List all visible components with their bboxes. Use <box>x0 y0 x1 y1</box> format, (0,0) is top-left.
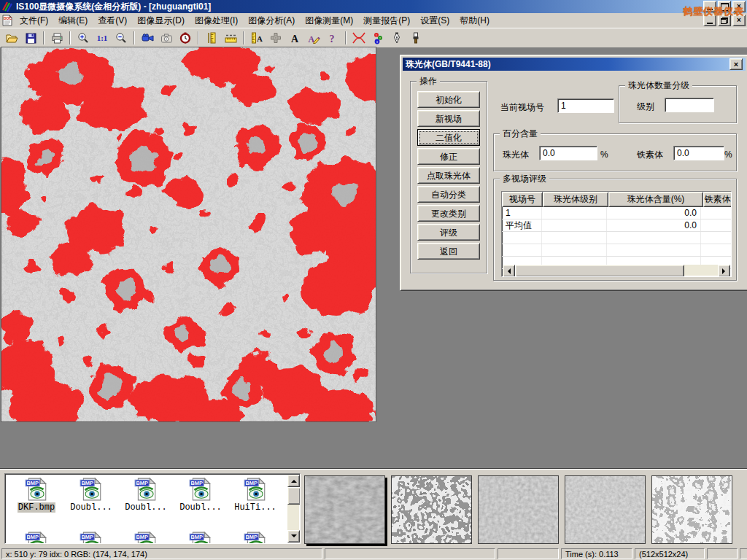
auto-classify-button[interactable]: 自动分类 <box>417 186 480 203</box>
col-pearlite-content: 珠光体含量(%) <box>608 192 703 207</box>
text-measure-icon[interactable]: A <box>247 30 266 46</box>
brush-tool-icon[interactable] <box>406 30 425 46</box>
multi-field-group: 多视场评级 视场号 珠光体级别 珠光体含量(%) 铁素体含量(%) 1 0.0 <box>493 179 737 281</box>
grade-level-input[interactable] <box>665 98 714 112</box>
table-row[interactable]: 平均值 0.0 <box>502 219 731 232</box>
menu-image-process[interactable]: 图像处理(I) <box>190 13 243 28</box>
return-button[interactable]: 返回 <box>417 243 480 260</box>
ferrite-percent-input[interactable] <box>673 146 724 160</box>
percent-group-label: 百分含量 <box>500 128 541 139</box>
toolbar-separator <box>345 31 347 44</box>
dialog-title: 珠光体(GB/T9441-88) <box>406 58 491 71</box>
zoom-in-icon[interactable] <box>74 30 93 46</box>
grade-level-label: 级别 <box>637 101 654 113</box>
document-system-menu-icon[interactable]: DOC <box>1 15 13 26</box>
menu-file[interactable]: 文件(F) <box>15 13 53 28</box>
file-list-scrollbar[interactable] <box>287 475 299 542</box>
thumbnail-image[interactable] <box>304 475 385 544</box>
particle-analysis-icon[interactable]: 123 <box>368 30 387 46</box>
file-item[interactable]: DKF.bmp <box>9 477 63 513</box>
text-label-icon[interactable]: A <box>285 30 304 46</box>
scroll-right-icon[interactable] <box>718 265 730 277</box>
dialog-title-bar[interactable]: 珠光体(GB/T9441-88) × <box>403 58 746 71</box>
binarize-button[interactable]: 二值化 <box>417 129 480 146</box>
ruler-measure-icon[interactable] <box>221 30 240 46</box>
file-name[interactable]: Doubl... <box>179 502 222 513</box>
menu-image-analysis[interactable]: 图像分析(A) <box>243 13 300 28</box>
grading-group-label: 珠光体数量分级 <box>625 80 692 91</box>
table-row-empty <box>502 244 731 257</box>
file-item[interactable] <box>228 531 282 544</box>
file-item[interactable] <box>64 531 118 544</box>
dialog-close-icon[interactable]: × <box>729 58 743 70</box>
menu-view[interactable]: 查看(V) <box>93 13 132 28</box>
init-button[interactable]: 初始化 <box>417 91 480 108</box>
new-field-button[interactable]: 新视场 <box>417 110 480 127</box>
zoom-out-icon[interactable] <box>112 30 131 46</box>
cell-grade <box>542 219 607 231</box>
rating-table: 视场号 珠光体级别 珠光体含量(%) 铁素体含量(%) 1 0.0 <box>501 191 732 277</box>
table-row[interactable]: 1 0.0 <box>502 207 731 219</box>
cell-ferrite <box>701 219 732 231</box>
operation-group: 操作 初始化 新视场 二值化 修正 点取珠光体 自动分类 更改类别 评级 返回 <box>410 81 487 273</box>
current-field-label: 当前视场号 <box>500 101 544 114</box>
menu-help[interactable]: 帮助(H) <box>454 13 495 28</box>
timer-clock-icon[interactable] <box>176 30 195 46</box>
pearlite-unit: % <box>600 149 608 160</box>
toolbar: 1:1 A A A ? 123 <box>0 28 747 48</box>
file-item[interactable]: Doubl... <box>119 477 173 513</box>
pen-tool-icon[interactable] <box>387 30 406 46</box>
caliper-measure-icon[interactable] <box>202 30 221 46</box>
help-icon[interactable]: ? <box>323 30 342 46</box>
menu-image-measure[interactable]: 图像测量(M) <box>300 13 358 28</box>
thumbnail-image[interactable] <box>391 475 472 544</box>
menu-edit[interactable]: 编辑(E) <box>53 13 93 28</box>
scrollbar-thumb[interactable] <box>287 487 301 505</box>
file-name[interactable]: HuiTi... <box>233 502 277 513</box>
svg-text:A: A <box>257 34 263 43</box>
video-capture-icon[interactable] <box>138 30 157 46</box>
scroll-up-icon[interactable] <box>287 475 300 487</box>
svg-text:DOC: DOC <box>4 16 12 20</box>
toolbar-separator <box>243 31 244 44</box>
menu-settings[interactable]: 设置(S) <box>415 13 454 28</box>
curve-tool-icon[interactable] <box>349 30 368 46</box>
file-item[interactable]: HuiTi... <box>228 477 282 513</box>
file-item[interactable] <box>119 531 173 544</box>
change-class-button[interactable]: 更改类别 <box>417 205 480 222</box>
file-name[interactable]: Doubl... <box>69 502 113 513</box>
menu-measure-report[interactable]: 测量报告(P) <box>358 13 415 28</box>
status-empty-segment <box>707 548 738 559</box>
status-empty-segment <box>498 548 559 559</box>
file-item[interactable] <box>174 531 228 544</box>
thumbnail-image[interactable] <box>651 475 732 544</box>
table-horizontal-scrollbar[interactable] <box>503 265 730 276</box>
thumbnail-image[interactable] <box>565 475 646 544</box>
pearlite-percent-input[interactable] <box>539 146 597 160</box>
save-file-icon[interactable] <box>21 30 40 46</box>
file-item[interactable]: Doubl... <box>174 477 228 513</box>
scroll-down-icon[interactable] <box>287 530 300 542</box>
scrollbar-thumb[interactable] <box>515 265 684 277</box>
thumbnail-image[interactable] <box>478 475 559 544</box>
multi-field-group-label: 多视场评级 <box>500 174 549 184</box>
file-name[interactable]: DKF.bmp <box>18 502 55 513</box>
move-cross-icon[interactable] <box>266 30 285 46</box>
print-icon[interactable] <box>47 30 66 46</box>
rate-button[interactable]: 评级 <box>417 224 480 241</box>
menu-image-display[interactable]: 图像显示(D) <box>132 13 190 28</box>
current-field-input[interactable] <box>557 98 614 113</box>
scroll-left-icon[interactable] <box>503 265 515 277</box>
file-item[interactable]: Doubl... <box>64 477 118 513</box>
file-name[interactable]: Doubl... <box>124 502 168 513</box>
open-file-icon[interactable] <box>2 30 21 46</box>
actual-size-icon[interactable]: 1:1 <box>93 30 112 46</box>
correct-button[interactable]: 修正 <box>417 148 480 165</box>
toolbar-separator <box>43 31 44 44</box>
pick-pearlite-button[interactable]: 点取珠光体 <box>417 167 480 184</box>
camera-capture-icon[interactable] <box>157 30 176 46</box>
annotate-icon[interactable]: A <box>304 30 323 46</box>
micrograph-image[interactable] <box>1 47 376 421</box>
file-item[interactable] <box>9 531 63 544</box>
title-bar[interactable]: IS100显微摄像系统(金相分析版) - [zhuguangti01] × <box>0 0 747 13</box>
